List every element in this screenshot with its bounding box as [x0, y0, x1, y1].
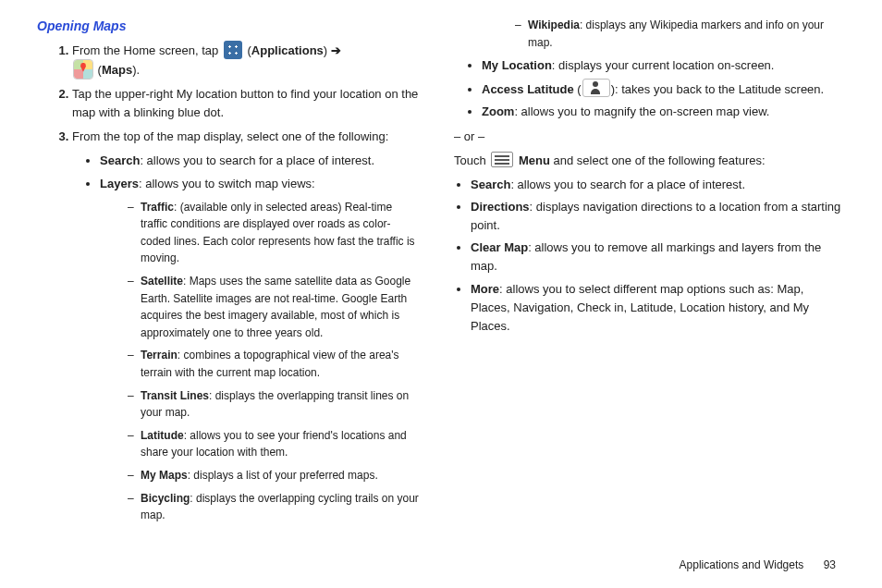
- right-bullets-bottom: Search: allows you to search for a place…: [450, 176, 845, 336]
- bullet-search2: Search: allows you to search for a place…: [471, 176, 845, 194]
- right-bullets-top: My Location: displays your current locat…: [450, 56, 845, 121]
- page-footer: Applications and Widgets 93: [680, 558, 836, 571]
- layers-dashes: Traffic: (available only in selected are…: [100, 199, 419, 524]
- bullet-zoom: Zoom: allows you to magnify the on-scree…: [482, 103, 845, 121]
- dash-wikipedia: Wikipedia: displays any Wikipedia marker…: [515, 17, 845, 51]
- or-separator: – or –: [454, 128, 845, 146]
- menu-icon: [491, 152, 513, 167]
- touch-pre: Touch: [454, 153, 489, 167]
- page-content: Opening Maps From the Home screen, tap (…: [0, 0, 882, 545]
- bullet-layers-term: Layers: [100, 177, 139, 190]
- dash-latitude: Latitude: allows you to see your friend'…: [128, 427, 419, 461]
- menu-label: Menu: [519, 153, 550, 167]
- dash-bicycling: Bicycling: displays the overlapping cycl…: [128, 490, 419, 524]
- maps-label: Maps: [102, 63, 132, 77]
- bullet-more: More: allows you to select different map…: [471, 280, 845, 336]
- bullet-directions: Directions: displays navigation directio…: [471, 198, 845, 235]
- dash-mymaps: My Maps: displays a list of your preferr…: [128, 467, 419, 484]
- step-3: From the top of the map display, select …: [72, 128, 419, 524]
- step-1-end: .: [137, 63, 141, 77]
- person-icon: [582, 79, 610, 97]
- footer-section: Applications and Widgets: [680, 558, 804, 571]
- bullet-mylocation: My Location: displays your current locat…: [482, 56, 845, 75]
- right-dash-list: Wikipedia: displays any Wikipedia marker…: [450, 17, 845, 51]
- bullet-access-latitude: Access Latitude (): takes you back to th…: [482, 79, 845, 99]
- left-column: Opening Maps From the Home screen, tap (…: [37, 17, 441, 536]
- maps-icon: [74, 60, 92, 79]
- touch-menu-line: Touch Menu and select one of the followi…: [454, 152, 845, 170]
- arrow-icon: ➔: [331, 43, 341, 57]
- dash-satellite: Satellite: Maps uses the same satellite …: [128, 273, 419, 341]
- steps-list: From the Home screen, tap (Applications)…: [37, 41, 419, 524]
- step-1: From the Home screen, tap (Applications)…: [72, 41, 419, 80]
- section-title: Opening Maps: [37, 17, 419, 37]
- touch-post: and select one of the following features…: [550, 153, 766, 167]
- bullet-search-desc: : allows you to search for a place of in…: [140, 153, 374, 167]
- dash-transit: Transit Lines: displays the overlapping …: [128, 387, 419, 422]
- step-3-bullets: Search: allows you to search for a place…: [72, 152, 419, 523]
- applications-icon: [224, 41, 242, 59]
- dash-terrain: Terrain: combines a topographical view o…: [128, 347, 419, 381]
- dash-traffic: Traffic: (available only in selected are…: [128, 199, 419, 267]
- bullet-clearmap: Clear Map: allows you to remove all mark…: [471, 239, 845, 276]
- step-2-body: Tap the upper-right My location button t…: [72, 87, 418, 119]
- step-1-body: From the Home screen, tap (Applications)…: [72, 43, 341, 77]
- step-2: Tap the upper-right My location button t…: [72, 85, 419, 122]
- step-3-lead: From the top of the map display, select …: [72, 129, 388, 143]
- bullet-search: Search: allows you to search for a place…: [100, 152, 419, 170]
- bullet-search-term: Search: [100, 153, 140, 167]
- footer-page-number: 93: [824, 558, 836, 571]
- bullet-layers-desc: : allows you to switch map views:: [139, 177, 315, 190]
- step-1-pre: From the Home screen, tap: [72, 43, 222, 57]
- applications-label: Applications: [251, 43, 324, 57]
- right-column: Wikipedia: displays any Wikipedia marker…: [441, 17, 845, 536]
- bullet-layers: Layers: allows you to switch map views: …: [100, 175, 419, 524]
